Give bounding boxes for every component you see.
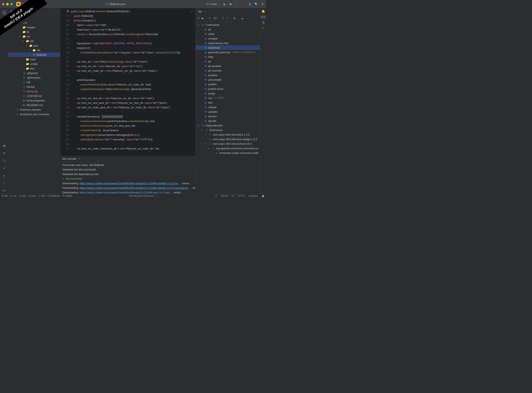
bld-command[interactable]: ⊞run(^⌥⌘R) xyxy=(196,96,260,100)
bld-command[interactable]: ⊞publish xyxy=(196,82,260,87)
bld-tab[interactable]: bld xyxy=(198,10,202,13)
bld-command[interactable]: ⊞uberjar xyxy=(196,105,260,109)
caret-position[interactable]: 143:16 xyxy=(221,194,228,197)
terminal-tool-icon[interactable]: ▣ xyxy=(1,143,7,148)
bld-tree[interactable]: ▾🗀Commands⊞all⊞clean⊞compile⊞dependency-… xyxy=(196,22,260,193)
tree-row[interactable]: ⚙local.properties xyxy=(8,98,60,103)
notifications-icon[interactable]: 🔔 xyxy=(261,10,265,13)
git-tool-icon[interactable]: ⎌ xyxy=(1,180,7,186)
file-encoding[interactable]: UTF-8 xyxy=(238,194,245,197)
bld-dependency[interactable]: ⫿com.uwyn.rife2:bld-tests-badge:1.5.0 xyxy=(196,137,260,141)
maximize-window[interactable] xyxy=(10,3,13,5)
project-tree[interactable]: ▾bld...re📁images📁lib▾📁src▾📁bld▾📁java▾📁ri… xyxy=(8,15,60,193)
tree-row[interactable]: ▾📁bld xyxy=(8,39,60,43)
tree-row[interactable]: ›⫿External Libraries xyxy=(8,107,60,112)
indent-setting[interactable]: 4 spaces xyxy=(248,194,258,197)
close-window[interactable] xyxy=(2,3,5,5)
code-area[interactable]: public class BldBuild extends AbstractRi… xyxy=(71,8,196,156)
tree-row[interactable]: 📁images xyxy=(8,25,60,29)
tree-row[interactable]: ≡.gitmodules xyxy=(8,75,60,80)
shield-icon[interactable]: 🛡 xyxy=(262,26,265,30)
eraser-icon[interactable]: ⌫ xyxy=(213,17,217,20)
run-cmd-icon[interactable]: ▶ xyxy=(202,17,204,20)
database-icon[interactable]: 🗄 xyxy=(262,21,265,24)
tree-row[interactable]: 📁lib xyxy=(8,29,60,34)
debug-button[interactable]: ⬢ xyxy=(229,2,232,6)
bld-command[interactable]: ⊞download xyxy=(196,45,260,50)
bld-command[interactable]: ⊞help xyxy=(196,54,260,59)
tree-row[interactable]: ≡LICENSE.txt xyxy=(8,93,60,98)
bld-command[interactable]: ⊞jar-sources xyxy=(196,68,260,73)
hide-panel-icon[interactable]: — xyxy=(55,10,58,13)
collapse-icon[interactable]: ⤢ xyxy=(226,17,228,20)
project-tool-icon[interactable]: 🗀 xyxy=(1,10,7,15)
edit-icon[interactable]: ✎ xyxy=(209,17,211,20)
tree-row[interactable]: ▾📁src xyxy=(8,34,60,39)
minimize-window[interactable] xyxy=(6,3,9,5)
bld-folder[interactable]: ▾🗀Commands xyxy=(196,22,260,27)
problems-tool-icon[interactable]: ⊘ xyxy=(1,172,7,178)
bld-dependency[interactable]: ›⫿com.uwyn.rife2:bld-antlr4:1.3.0 xyxy=(196,132,260,137)
bld-dependency[interactable]: ▾⫿com.uwyn.rife2:bld-archive:0.5.0 xyxy=(196,141,260,146)
chevron-down-icon[interactable]: ⌄ xyxy=(127,3,128,5)
inspection-ok-icon[interactable]: ✓ xyxy=(191,10,193,13)
git-branch-icon[interactable]: ⎇ xyxy=(214,194,217,197)
bld-command[interactable]: ⊞zip-bld xyxy=(196,118,260,123)
tree-row[interactable]: ›≡Scratches and Consoles xyxy=(8,112,60,116)
settings-icon[interactable]: ⚙ xyxy=(261,2,264,6)
bld-folder[interactable]: ▾🗀Extensions xyxy=(196,128,260,132)
bld-command[interactable]: ⊞dependency-tree xyxy=(196,41,260,45)
more-actions-icon[interactable]: ⋮ xyxy=(235,2,238,6)
tree-row[interactable]: ⊘.gitignore xyxy=(8,71,60,75)
tree-row[interactable]: ≡bld.bat xyxy=(8,84,60,89)
bld-command[interactable]: ⊞javadoc xyxy=(196,73,260,77)
run-gutter-icon[interactable]: ▶ xyxy=(67,10,69,12)
delete-icon[interactable]: 🗑 xyxy=(233,17,236,20)
console-tab[interactable]: bld console xyxy=(62,157,76,160)
editor-file-name[interactable]: BldBuild.java xyxy=(110,2,125,6)
tree-row[interactable]: M↓README.md xyxy=(8,103,60,107)
bld-command[interactable]: ⊞purge xyxy=(196,91,260,96)
tree-row[interactable]: ⓒBldBuild xyxy=(8,52,60,57)
bld-folder[interactable]: ▾🗀Dependencies xyxy=(196,123,260,128)
tree-row[interactable]: ≡derby.log xyxy=(8,89,60,93)
services-tool-icon[interactable]: ⬡ xyxy=(1,158,7,163)
bld-command[interactable]: ⊞publish-local xyxy=(196,87,260,91)
bld-command[interactable]: ⊞jar-javadoc xyxy=(196,64,260,68)
bld-command[interactable]: ⊞updates xyxy=(196,109,260,114)
bld-command[interactable]: ⊞precompile xyxy=(196,77,260,82)
bld-command[interactable]: ⊞version xyxy=(196,114,260,118)
breadcrumb[interactable]: ⊞bld›🗀src›🗀bld›🗀java›🗀rife›ⓒBldBuild›ⓜzi… xyxy=(2,194,72,197)
bld-tool-icon[interactable]: bld xyxy=(1,187,7,193)
run-button[interactable]: ▶ xyxy=(224,2,226,6)
bld-command[interactable]: ⊞compile xyxy=(196,36,260,41)
bld-dependency[interactable]: ⫿commons-codec:commons-code xyxy=(196,151,260,155)
expand-icon[interactable]: ⇕ xyxy=(222,17,224,20)
tree-row[interactable]: ▾📁rife xyxy=(8,48,60,52)
close-tab-icon[interactable]: × xyxy=(203,10,207,13)
bld-command[interactable]: ⊞generate-grammar(Before Compilation) xyxy=(196,50,260,54)
offline-icon[interactable]: ☁ xyxy=(241,17,244,20)
tree-row[interactable]: ▾📁java xyxy=(8,43,60,48)
build-tool-icon[interactable]: ◔ xyxy=(1,150,7,156)
editor[interactable]: ▶ ✓ 272829303132333435363738394041424344… xyxy=(60,8,196,156)
tree-row[interactable]: ›📁scripts xyxy=(8,62,60,66)
user-icon[interactable]: 👤 xyxy=(248,2,252,6)
readonly-icon[interactable]: 🔒 xyxy=(261,194,265,197)
bld-command[interactable]: ⊞test xyxy=(196,100,260,105)
search-icon[interactable]: 🔍 xyxy=(255,2,258,6)
bld-command[interactable]: ⊞clean xyxy=(196,32,260,36)
tree-row[interactable]: ›📁main xyxy=(8,57,60,62)
bld-tool-badge[interactable]: bld xyxy=(260,15,266,19)
tree-row[interactable]: ≡bld xyxy=(8,80,60,84)
run-configuration[interactable]: bld test ⌄ xyxy=(205,2,221,6)
panel-more-icon[interactable]: ⋮ xyxy=(50,10,54,13)
tree-row[interactable]: ›📁test xyxy=(8,66,60,71)
close-tab-icon[interactable]: × xyxy=(78,157,81,161)
refresh-icon[interactable]: ⟳ xyxy=(197,17,200,20)
bld-command[interactable]: ⊞jar xyxy=(196,59,260,64)
bld-command[interactable]: ⊞all xyxy=(196,27,260,32)
vcs-tool-icon[interactable]: ⎇ xyxy=(1,165,7,171)
line-separator[interactable]: LF xyxy=(232,194,234,197)
console-output[interactable]: Found bld main class: rife.BldBuildDetec… xyxy=(62,163,196,192)
